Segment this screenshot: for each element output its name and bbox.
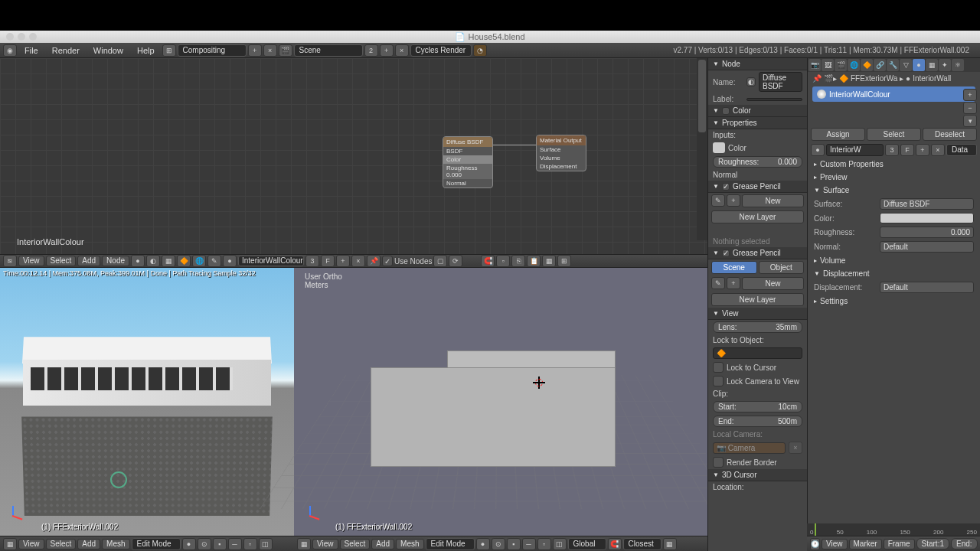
autorender-icon[interactable]: ⟳ [449, 255, 462, 267]
section-surface[interactable]: Surface [808, 184, 980, 197]
gp-new-button[interactable]: New [742, 277, 804, 290]
fv-view[interactable]: View [312, 539, 338, 549]
backdrop-icon[interactable]: ▢ [433, 255, 447, 267]
editor-icon[interactable]: 🕐 [810, 538, 820, 550]
nh-select[interactable]: Select [46, 256, 77, 266]
surface-dropdown[interactable]: Diffuse BSDF [880, 198, 974, 210]
node-socket-normal[interactable]: Normal [443, 179, 492, 187]
nh-add[interactable]: Add [77, 256, 100, 266]
section-gp[interactable]: ✓Grease Pencil [708, 181, 807, 193]
timeline-track[interactable]: 0 50 100 150 200 250 [807, 523, 980, 536]
tab-material-icon[interactable]: ● [913, 59, 925, 71]
editor-type-icon[interactable]: ≋ [3, 255, 17, 267]
gp-add-icon[interactable]: + [727, 277, 740, 289]
start-frame-field[interactable]: Start:1 [916, 538, 949, 549]
scene-icon[interactable]: 🎬 [279, 44, 292, 57]
scene-dropdown[interactable]: Scene [294, 44, 363, 57]
snap-grid2-icon[interactable]: ⊞ [557, 255, 571, 267]
camera-field[interactable]: 📷 Camera [713, 442, 786, 454]
lock-obj-field[interactable]: 🔶 [713, 347, 802, 359]
section-properties[interactable]: Properties [708, 117, 807, 129]
mat-users[interactable]: 3 [305, 255, 319, 267]
gp-draw-icon[interactable]: ✎ [711, 277, 725, 289]
paste-icon[interactable]: 📋 [527, 255, 541, 267]
section-node[interactable]: Node [708, 58, 807, 70]
mat-del-icon[interactable]: × [931, 144, 945, 156]
lock-cam-check[interactable] [713, 376, 724, 386]
section-view[interactable]: View [708, 308, 807, 320]
section-custom-props[interactable]: Custom Properties [808, 158, 980, 171]
mat-browse-icon[interactable]: ● [811, 144, 825, 156]
blender-icon[interactable]: ◉ [3, 44, 17, 57]
roughness-field[interactable]: Roughness:0.000 [713, 156, 802, 168]
fv-select[interactable]: Select [340, 539, 371, 549]
label-field[interactable] [746, 98, 802, 101]
fv-view[interactable]: View [18, 539, 44, 549]
snap-grid-icon[interactable]: ▦ [542, 255, 556, 267]
name-field[interactable]: Diffuse BSDF [759, 72, 802, 92]
tab-constraint-icon[interactable]: 🔗 [874, 59, 886, 71]
edge-sel-icon[interactable]: ─ [228, 538, 242, 550]
node-socket-color[interactable]: Color [443, 155, 492, 164]
mesh-lower[interactable] [371, 367, 616, 467]
pin-icon[interactable]: 📌 [367, 255, 381, 267]
snap-icon[interactable]: 🧲 [481, 255, 495, 267]
close-dot[interactable] [6, 33, 14, 41]
mat-add-icon[interactable]: + [916, 144, 929, 156]
comp-type-icon[interactable]: ◐ [146, 255, 160, 267]
layout-icon[interactable]: ⊞ [162, 44, 176, 57]
menu-help[interactable]: Help [131, 46, 161, 55]
mode-dropdown[interactable]: Edit Mode [426, 538, 475, 550]
lock-cursor-check[interactable] [713, 362, 724, 373]
node-socket-displacement[interactable]: Displacement [537, 162, 586, 171]
tab-object-icon[interactable]: 🔶 [861, 59, 873, 71]
traffic-lights[interactable] [6, 33, 37, 41]
tl-frame[interactable]: Frame [884, 539, 915, 549]
slot-add-icon[interactable]: + [963, 89, 977, 101]
layout-del-icon[interactable]: × [263, 44, 277, 57]
color-swatch[interactable] [713, 142, 725, 153]
mat-add-icon[interactable]: + [336, 255, 350, 267]
tab-physics-icon[interactable]: ⚛ [952, 59, 964, 71]
node-scrollbar[interactable] [697, 58, 707, 240]
shading-icon[interactable]: ● [182, 538, 196, 550]
layout-dropdown[interactable]: Compositing [178, 44, 247, 57]
node-diffuse-bsdf[interactable]: Diffuse BSDF BSDF Color Roughness 0.000 … [443, 136, 493, 188]
node-editor[interactable]: Diffuse BSDF BSDF Color Roughness 0.000 … [0, 58, 707, 254]
min-dot[interactable] [18, 33, 25, 41]
assign-button[interactable]: Assign [811, 128, 865, 141]
tab-render-icon[interactable]: 📷 [808, 59, 821, 71]
node-material-output[interactable]: Material Output Surface Volume Displacem… [536, 135, 586, 171]
tab-scene-icon[interactable]: 🎬 [835, 59, 847, 71]
gp-newlayer-button[interactable]: New Layer [711, 210, 804, 223]
material-slot[interactable]: InteriorWallColour [812, 86, 975, 102]
nh-node[interactable]: Node [102, 256, 129, 266]
object-data-icon[interactable]: 🔶 [177, 255, 191, 267]
snap-type-icon[interactable]: ▫ [496, 255, 510, 267]
snap-target[interactable]: Closest [623, 538, 662, 550]
gp-scene-button[interactable]: Scene [711, 261, 757, 274]
tab-modifier-icon[interactable]: 🔧 [887, 59, 899, 71]
fv-mesh[interactable]: Mesh [102, 539, 129, 549]
render-border-check[interactable] [713, 457, 724, 468]
mat-users[interactable]: 3 [885, 144, 899, 156]
end-frame-field[interactable]: End: [951, 538, 978, 549]
layout-add-icon[interactable]: + [248, 44, 262, 57]
cam-clear-icon[interactable]: × [789, 442, 802, 454]
shading-icon[interactable]: ● [476, 538, 490, 550]
roughness-field[interactable]: 0.000 [880, 227, 974, 238]
section-displacement[interactable]: Displacement [808, 267, 980, 280]
tab-particle-icon[interactable]: ✦ [939, 59, 951, 71]
tex-type-icon[interactable]: ▦ [162, 255, 175, 267]
section-color[interactable]: Color [708, 105, 807, 117]
limit-sel-icon[interactable]: ◫ [259, 538, 273, 550]
material-field[interactable]: InteriorWallColour [238, 256, 304, 266]
clip-end-field[interactable]: End:500m [713, 416, 802, 427]
nh-view[interactable]: View [18, 256, 44, 266]
face-sel-icon[interactable]: ▫ [243, 538, 257, 550]
fv-add[interactable]: Add [371, 539, 394, 549]
edit-viewport[interactable]: User Ortho Meters (1) FFExteriorWall.002 [294, 268, 707, 536]
tab-world-icon[interactable]: 🌐 [848, 59, 860, 71]
displacement-dropdown[interactable]: Default [880, 282, 974, 293]
normal-dropdown[interactable]: Default [880, 241, 974, 253]
